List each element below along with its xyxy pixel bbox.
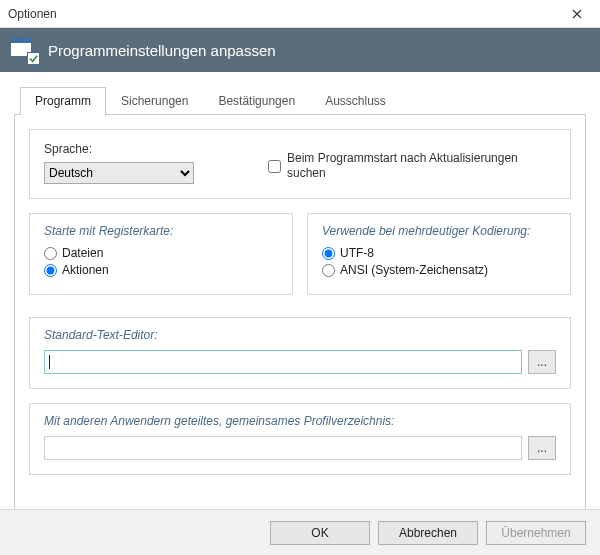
tab-sicherungen[interactable]: Sicherungen <box>106 87 203 115</box>
dialog-header: Programmeinstellungen anpassen <box>0 28 600 72</box>
editor-group: Standard-Text-Editor: ... <box>29 317 571 389</box>
editor-title: Standard-Text-Editor: <box>44 328 556 342</box>
tabstrip: Programm Sicherungen Bestätigungen Aussc… <box>14 86 586 114</box>
language-update-group: Sprache: Deutsch Beim Programmstart nach… <box>29 129 571 199</box>
settings-window-icon <box>10 37 38 63</box>
check-updates-checkbox[interactable] <box>268 160 281 173</box>
tab-panel-programm: Sprache: Deutsch Beim Programmstart nach… <box>14 114 586 514</box>
close-button[interactable] <box>560 3 594 25</box>
tab-ausschluss[interactable]: Ausschluss <box>310 87 401 115</box>
start-tab-radio-dateien[interactable] <box>44 247 57 260</box>
titlebar: Optionen <box>0 0 600 28</box>
radio-groups-row: Starte mit Registerkarte: Dateien Aktion… <box>29 213 571 295</box>
profile-title: Mit anderen Anwendern geteiltes, gemeins… <box>44 414 556 428</box>
window-title: Optionen <box>8 7 57 21</box>
editor-browse-button[interactable]: ... <box>528 350 556 374</box>
language-select[interactable]: Deutsch <box>44 162 194 184</box>
editor-path-text[interactable] <box>49 353 517 371</box>
apply-button[interactable]: Übernehmen <box>486 521 586 545</box>
language-label: Sprache: <box>44 142 244 156</box>
dialog-body: Programm Sicherungen Bestätigungen Aussc… <box>0 72 600 514</box>
encoding-label: UTF-8 <box>340 246 374 260</box>
encoding-option-utf8[interactable]: UTF-8 <box>322 246 556 260</box>
start-tab-option-aktionen[interactable]: Aktionen <box>44 263 278 277</box>
profile-group: Mit anderen Anwendern geteiltes, gemeins… <box>29 403 571 475</box>
start-tab-title: Starte mit Registerkarte: <box>44 224 278 238</box>
profile-browse-button[interactable]: ... <box>528 436 556 460</box>
start-tab-option-dateien[interactable]: Dateien <box>44 246 278 260</box>
start-tab-label: Dateien <box>62 246 103 260</box>
start-tab-group: Starte mit Registerkarte: Dateien Aktion… <box>29 213 293 295</box>
dialog-footer: OK Abbrechen Übernehmen <box>0 509 600 555</box>
encoding-group: Verwende bei mehrdeutiger Kodierung: UTF… <box>307 213 571 295</box>
ok-button[interactable]: OK <box>270 521 370 545</box>
dialog-title: Programmeinstellungen anpassen <box>48 42 276 59</box>
editor-path-input[interactable] <box>44 350 522 374</box>
cancel-button[interactable]: Abbrechen <box>378 521 478 545</box>
encoding-label: ANSI (System-Zeichensatz) <box>340 263 488 277</box>
check-updates-row[interactable]: Beim Programmstart nach Aktualisierungen… <box>268 142 556 184</box>
close-icon <box>572 9 582 19</box>
encoding-title: Verwende bei mehrdeutiger Kodierung: <box>322 224 556 238</box>
tab-bestaetigungen[interactable]: Bestätigungen <box>203 87 310 115</box>
profile-path-input[interactable] <box>44 436 522 460</box>
tab-programm[interactable]: Programm <box>20 87 106 115</box>
check-updates-label: Beim Programmstart nach Aktualisierungen… <box>287 151 556 181</box>
start-tab-label: Aktionen <box>62 263 109 277</box>
encoding-option-ansi[interactable]: ANSI (System-Zeichensatz) <box>322 263 556 277</box>
language-block: Sprache: Deutsch <box>44 142 244 184</box>
start-tab-radio-aktionen[interactable] <box>44 264 57 277</box>
encoding-radio-utf8[interactable] <box>322 247 335 260</box>
encoding-radio-ansi[interactable] <box>322 264 335 277</box>
